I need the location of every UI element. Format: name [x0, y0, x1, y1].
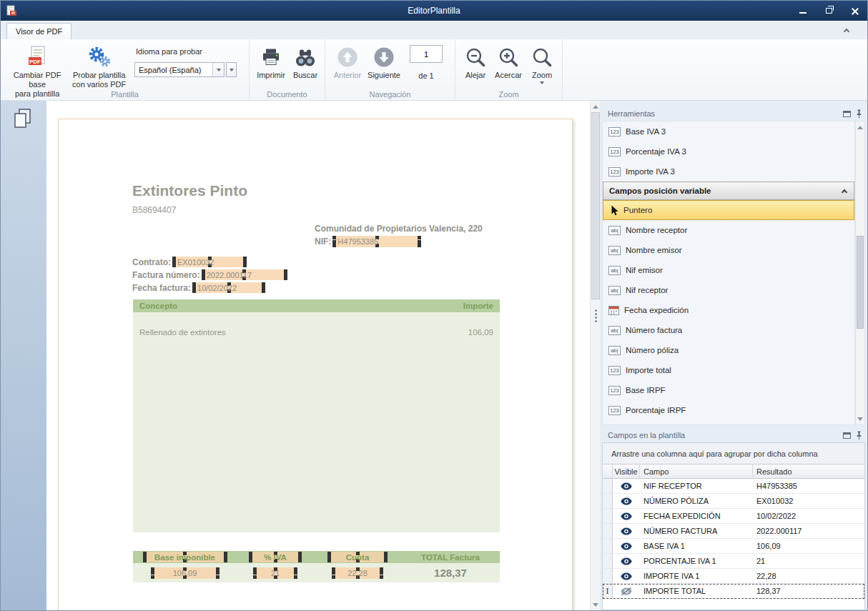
page-number-input[interactable]	[410, 45, 443, 63]
visible-cell[interactable]	[613, 554, 640, 568]
resultado-cell[interactable]: 128,37	[753, 584, 864, 598]
scroll-up-button[interactable]	[591, 101, 601, 111]
eye-icon[interactable]	[621, 482, 632, 490]
resultado-cell[interactable]: 2022.000117	[753, 524, 864, 538]
scroll-down-button[interactable]	[856, 414, 864, 424]
visible-cell[interactable]	[613, 524, 640, 538]
tools-group-campos-posicion-variable[interactable]: Campos posición variable	[603, 182, 854, 200]
column-header-resultado[interactable]: Resultado	[753, 465, 864, 478]
visible-cell[interactable]	[613, 494, 640, 508]
scrollbar-thumb[interactable]	[857, 236, 864, 329]
tool-item-importe-total[interactable]: 123Importe total	[603, 360, 854, 380]
grid-row-numero-poliza[interactable]: NÚMERO PÓLIZAEX010032	[603, 494, 864, 509]
eye-icon[interactable]	[621, 497, 632, 505]
eye-icon[interactable]	[621, 512, 632, 520]
fecha-factura-field[interactable]: 10/02/2022	[192, 282, 265, 293]
alejar-button[interactable]: Alejar	[460, 42, 491, 80]
grid-row-importe-iva-1[interactable]: IMPORTE IVA 122,28	[603, 569, 864, 584]
resultado-cell[interactable]: EX010032	[753, 494, 864, 508]
probar-plantilla-button[interactable]: Probar plantilla con varios PDF	[69, 42, 129, 89]
campo-cell[interactable]: NIF RECEPTOR	[640, 479, 753, 493]
tab-visor-pdf[interactable]: Visor de PDF	[6, 23, 71, 39]
campo-cell[interactable]: NÚMERO FACTURA	[640, 524, 753, 538]
grid-row-importe-total[interactable]: IIMPORTE TOTAL128,37	[603, 584, 864, 599]
visible-cell[interactable]	[613, 509, 640, 523]
ribbon-collapse-button[interactable]	[842, 26, 852, 34]
tool-item-base-irpf[interactable]: 123Base IRPF	[603, 380, 854, 400]
campo-cell[interactable]: BASE IVA 1	[640, 539, 753, 553]
idioma-combobox[interactable]: Español (España)	[134, 62, 225, 77]
base-value-field[interactable]: 106,09	[151, 567, 220, 579]
pdf-vertical-scrollbar[interactable]	[590, 101, 600, 610]
eye-icon[interactable]	[621, 542, 632, 550]
close-button[interactable]	[847, 4, 862, 17]
tools-scrollbar[interactable]	[855, 121, 865, 425]
pdf-page[interactable]: Extintores Pinto B58694407 Comunidad de …	[58, 119, 573, 610]
factura-numero-field[interactable]: 2022.000117	[202, 269, 287, 280]
tool-item-puntero[interactable]: Puntero	[603, 200, 854, 220]
resultado-cell[interactable]: H47953385	[753, 479, 864, 493]
acercar-button[interactable]: Acercar	[491, 42, 526, 80]
column-header-visible[interactable]: Visible	[613, 465, 640, 478]
tool-item-nif-receptor[interactable]: ab|Nif receptor	[603, 280, 854, 300]
zoom-dropdown-button[interactable]: Zoom	[526, 42, 558, 84]
eye-off-icon[interactable]	[621, 587, 632, 595]
scroll-up-button[interactable]	[856, 122, 864, 132]
grid-row-base-iva-1[interactable]: BASE IVA 1106,09	[603, 539, 864, 554]
buscar-button[interactable]: Buscar	[288, 42, 322, 80]
grid-row-numero-factura[interactable]: NÚMERO FACTURA2022.000117	[603, 524, 864, 539]
tool-item-nombre-emisor[interactable]: ab|Nombre emisor	[603, 240, 854, 260]
tool-item-nif-emisor[interactable]: ab|Nif emisor	[603, 260, 854, 280]
tool-item-porcentaje-irpf[interactable]: 123Porcentaje IRPF	[603, 400, 854, 420]
eye-icon[interactable]	[621, 527, 632, 535]
pin-icon[interactable]	[856, 431, 862, 440]
tool-item-base-iva-3[interactable]: 123Base IVA 3	[603, 121, 854, 141]
cuota-value-field[interactable]: 22,28	[332, 567, 383, 579]
iva-value-field[interactable]: 21	[253, 567, 297, 579]
contrato-field[interactable]: EX010032	[172, 257, 247, 267]
tool-item-importe-iva-3[interactable]: 123Importe IVA 3	[603, 162, 854, 182]
campo-cell[interactable]: IMPORTE IVA 1	[640, 569, 753, 583]
resultado-cell[interactable]: 22,28	[753, 569, 864, 583]
splitter-grip[interactable]	[593, 307, 598, 325]
group-by-hint[interactable]: Arrastre una columna aquí para agrupar p…	[603, 443, 864, 465]
imprimir-button[interactable]: Imprimir	[254, 42, 288, 80]
campo-cell[interactable]: FECHA EXPEDICIÓN	[640, 509, 753, 523]
maximize-panel-icon[interactable]	[843, 432, 851, 439]
cuota-header-field[interactable]: Cuota	[327, 552, 388, 562]
base-imponible-field[interactable]: Base imponible	[143, 552, 227, 562]
pdf-viewer[interactable]: Extintores Pinto B58694407 Comunidad de …	[46, 101, 590, 610]
eye-icon[interactable]	[621, 572, 632, 580]
visible-cell[interactable]	[613, 569, 640, 583]
minimize-button[interactable]	[796, 4, 810, 17]
thumbnail-strip[interactable]	[1, 101, 46, 610]
tool-item-nombre-receptor[interactable]: ab|Nombre receptor	[603, 220, 854, 240]
maximize-panel-icon[interactable]	[843, 111, 851, 117]
campo-cell[interactable]: PORCENTAJE IVA 1	[640, 554, 753, 568]
tool-item-fecha-expedicion[interactable]: Fecha expedición	[603, 300, 854, 320]
idioma-extra-dropdown-button[interactable]	[226, 62, 237, 77]
scrollbar-thumb[interactable]	[591, 112, 600, 299]
resultado-cell[interactable]: 106,09	[753, 539, 864, 553]
visible-cell[interactable]	[613, 584, 640, 598]
grid-row-fecha-expedicion[interactable]: FECHA EXPEDICIÓN10/02/2022	[603, 509, 864, 524]
resultado-cell[interactable]: 21	[753, 554, 864, 568]
column-header-campo[interactable]: Campo	[640, 465, 753, 478]
iva-header-field[interactable]: % IVA	[249, 552, 302, 562]
grid-row-nif-receptor[interactable]: NIF RECEPTORH47953385	[603, 479, 864, 494]
visible-cell[interactable]	[613, 539, 640, 553]
combo-dropdown-button[interactable]	[212, 63, 224, 76]
grid-row-porcentaje-iva-1[interactable]: PORCENTAJE IVA 121	[603, 554, 864, 569]
scroll-down-button[interactable]	[591, 600, 601, 610]
campo-cell[interactable]: IMPORTE TOTAL	[640, 584, 753, 598]
tool-item-numero-factura[interactable]: ab|Número factura	[603, 320, 854, 340]
tool-item-porcentaje-iva-3[interactable]: 123Porcentaje IVA 3	[603, 141, 854, 162]
campo-cell[interactable]: NÚMERO PÓLIZA	[640, 494, 753, 508]
anterior-button[interactable]: Anterior	[330, 42, 365, 80]
pin-icon[interactable]	[856, 109, 862, 119]
siguiente-button[interactable]: Siguiente	[365, 42, 403, 80]
restore-button[interactable]	[822, 4, 836, 17]
visible-cell[interactable]	[613, 479, 640, 493]
nif-field[interactable]: H47953385	[332, 236, 421, 247]
tool-item-numero-poliza[interactable]: ab|Número póliza	[603, 340, 854, 360]
